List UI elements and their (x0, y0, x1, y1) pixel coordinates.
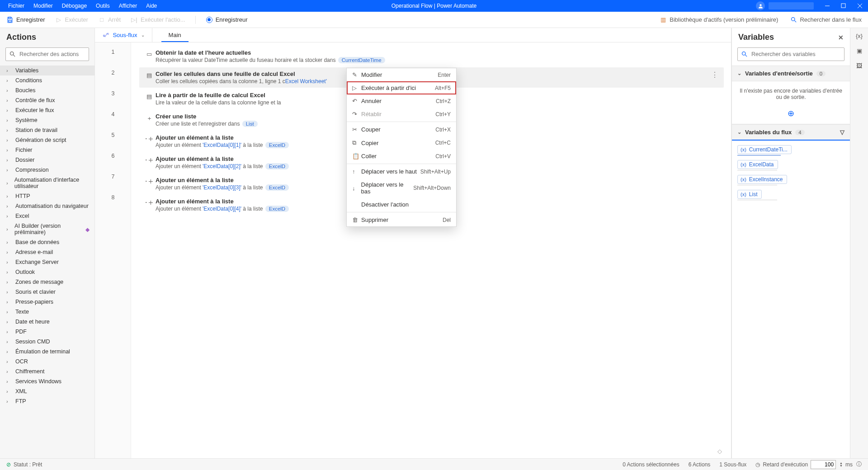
flow-variables-section[interactable]: ⌄ Variables du flux 4 ▽ (732, 124, 850, 141)
chevron-down-icon: ⌄ (141, 33, 145, 38)
action-category[interactable]: ›Date et heure (0, 317, 94, 327)
delay-input[interactable] (811, 460, 836, 469)
action-category[interactable]: ›Services Windows (0, 376, 94, 386)
user-area[interactable] (750, 1, 819, 10)
action-category[interactable]: ›Outlook (0, 267, 94, 277)
variable-chip[interactable]: (x)CurrentDateTi... (737, 145, 792, 154)
redo-icon: ↷ (352, 111, 361, 118)
action-category[interactable]: ›AI Builder (version préliminaire)◆ (0, 221, 94, 237)
action-category[interactable]: ›Exchange Server (0, 257, 94, 267)
subflows-dropdown[interactable]: ∘⁄° Sous-flux ⌄ (95, 28, 152, 42)
action-category-label: Presse-papiers (15, 299, 53, 305)
menu-débogage[interactable]: Débogage (57, 1, 91, 11)
save-button[interactable]: Enregistrer (6, 16, 45, 24)
action-category[interactable]: ›Contrôle de flux (0, 95, 94, 105)
action-category[interactable]: ›PDF (0, 327, 94, 337)
action-category[interactable]: ›Zones de message (0, 277, 94, 287)
chevron-right-icon: › (6, 339, 13, 344)
action-category-label: Base de données (15, 239, 59, 245)
action-category[interactable]: ›FTP (0, 396, 94, 406)
action-category[interactable]: ›Base de données (0, 237, 94, 247)
action-category-label: FTP (15, 398, 26, 404)
ctx-d-sactiver-l-action[interactable]: Désactiver l'action (347, 198, 456, 211)
variable-chip[interactable]: (x)List (737, 190, 762, 199)
menu-fichier[interactable]: Fichier (4, 1, 29, 11)
maximize-button[interactable] (835, 0, 852, 12)
actions-tree[interactable]: ›Variables›Conditions›Boucles›Contrôle d… (0, 66, 94, 458)
action-category[interactable]: ›Exécuter le flux (0, 105, 94, 115)
action-category[interactable]: ›Automatisation du navigateur (0, 201, 94, 211)
menu-modifier[interactable]: Modifier (29, 1, 57, 11)
action-category[interactable]: ›OCR (0, 357, 94, 367)
variables-search-input[interactable] (737, 47, 844, 61)
ctx-shortcut: Ctrl+C (435, 140, 451, 146)
action-category[interactable]: ›Compression (0, 165, 94, 175)
menu-outils[interactable]: Outils (91, 1, 114, 11)
variable-chip[interactable]: (x)ExcelData (737, 160, 778, 169)
action-category-label: Session CMD (15, 338, 50, 345)
info-icon[interactable]: ⓘ (856, 461, 862, 468)
action-category[interactable]: ›Fichier (0, 145, 94, 155)
io-variables-section[interactable]: ⌄ Variables d'entrée/sortie 0 (732, 66, 850, 81)
action-category[interactable]: ›Système (0, 115, 94, 125)
flow-step[interactable]: ▭Obtenir la date et l'heure actuellesRéc… (139, 46, 724, 66)
search-flow-button[interactable]: Rechercher dans le flux (790, 16, 862, 24)
step-type-icon: ＋ (143, 113, 156, 122)
ctx-d-placer-vers-le-bas[interactable]: ↓Déplacer vers le basShift+Alt+Down (347, 178, 456, 198)
action-category[interactable]: ›Dossier (0, 155, 94, 165)
filter-icon[interactable]: ▽ (840, 129, 844, 136)
ctx-coller[interactable]: 📋CollerCtrl+V (347, 150, 456, 163)
close-button[interactable] (852, 0, 868, 12)
title-bar: FichierModifierDébogageOutilsAfficherAid… (0, 0, 868, 12)
delay-spinner[interactable]: ▲▼ (840, 462, 843, 467)
action-category[interactable]: ›Texte (0, 307, 94, 317)
close-variables-button[interactable]: ✕ (838, 34, 844, 41)
action-category[interactable]: ›Boucles (0, 85, 94, 95)
variable-chip[interactable]: (x)ExcelInstance (737, 175, 787, 184)
variables-rail-button[interactable]: {x} (850, 33, 868, 39)
ctx-couper[interactable]: ✂CouperCtrl+X (347, 123, 456, 136)
action-category[interactable]: ›Conditions (0, 75, 94, 85)
images-rail-button[interactable]: 🖼 (850, 62, 868, 69)
action-category[interactable]: ›Excel (0, 211, 94, 221)
step-context-menu[interactable]: ✎ModifierEnter▷Exécuter à partir d'iciAl… (346, 68, 457, 227)
action-category[interactable]: ›Génération de script (0, 135, 94, 145)
action-category[interactable]: ›Chiffrement (0, 367, 94, 376)
recorder-button[interactable]: Enregistreur (206, 16, 248, 24)
run-action-button[interactable]: ▷|Exécuter l'actio... (131, 16, 185, 24)
ui-elements-rail-button[interactable]: ▣ (850, 47, 868, 54)
run-button[interactable]: ▷Exécuter (55, 16, 88, 24)
ctx-annuler[interactable]: ↶AnnulerCtrl+Z (347, 94, 456, 108)
action-category[interactable]: ›Station de travail (0, 125, 94, 135)
chevron-right-icon: › (6, 137, 13, 143)
chevron-right-icon: › (6, 279, 13, 285)
add-variable-button[interactable]: ⊕ (732, 107, 850, 124)
minimize-button[interactable] (819, 0, 835, 12)
line-number: 8 (95, 194, 131, 201)
menu-afficher[interactable]: Afficher (114, 1, 142, 11)
asset-library-button[interactable]: ▥ Bibliothèque d'actifs (version prélimi… (660, 16, 778, 24)
status-selected: 0 Actions sélectionnées (623, 461, 679, 468)
ctx-supprimer[interactable]: 🗑SupprimerDel (347, 213, 456, 226)
action-category[interactable]: ›Émulation de terminal (0, 347, 94, 357)
action-category[interactable]: ›Adresse e-mail (0, 247, 94, 257)
menu-aide[interactable]: Aide (142, 1, 161, 11)
ctx-d-placer-vers-le-haut[interactable]: ↑Déplacer vers le hautShift+Alt+Up (347, 165, 456, 178)
action-category[interactable]: ›Session CMD (0, 337, 94, 347)
action-category[interactable]: ›Variables (0, 66, 94, 75)
ctx-copier[interactable]: ⧉CopierCtrl+C (347, 136, 456, 150)
action-category[interactable]: ›Automatisation d'interface utilisateur (0, 175, 94, 191)
tab-main[interactable]: Main (152, 28, 198, 42)
action-category[interactable]: ›Presse-papiers (0, 297, 94, 307)
status-ok-icon: ⊘ (6, 461, 11, 468)
action-category[interactable]: ›Souris et clavier (0, 287, 94, 297)
chevron-right-icon: › (6, 193, 13, 199)
actions-search-input[interactable] (5, 47, 89, 61)
action-category[interactable]: ›XML (0, 386, 94, 396)
action-category[interactable]: ›HTTP (0, 191, 94, 201)
ctx-modifier[interactable]: ✎ModifierEnter (347, 68, 456, 81)
step-more-button[interactable]: ⋮ (711, 70, 720, 79)
ctx-ex-cuter-partir-d-ici[interactable]: ▷Exécuter à partir d'iciAlt+F5 (347, 81, 456, 94)
chevron-down-icon: ⌄ (737, 129, 741, 135)
stop-button[interactable]: □Arrêt (98, 16, 121, 24)
